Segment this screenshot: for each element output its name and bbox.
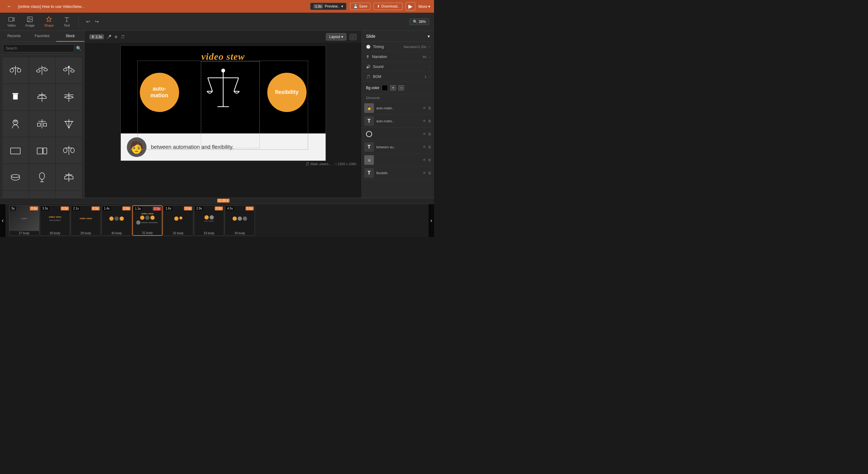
- save-button[interactable]: 💾 Save: [350, 3, 371, 10]
- color-remove-button[interactable]: −: [398, 85, 404, 91]
- element-item-0[interactable]: 🧑 auto-matio.. 👁 🗑: [362, 102, 434, 115]
- narration-row[interactable]: 🎙 Narration tts ›: [362, 52, 434, 62]
- left-sidebar: Recents Favorites Stock 🔍: [0, 31, 85, 198]
- redo-button[interactable]: ↪: [94, 18, 100, 26]
- clip-33[interactable]: 2.9s 0.5s auto-mation 33 body: [194, 205, 224, 236]
- shape-item[interactable]: [2, 111, 28, 137]
- eye-icon-0[interactable]: 👁: [423, 106, 426, 110]
- preview-button[interactable]: 1.3s Preview.. ▾: [310, 3, 346, 10]
- shape-item[interactable]: [29, 164, 55, 190]
- search-input[interactable]: [3, 44, 74, 52]
- timeline-next-button[interactable]: ›: [429, 204, 434, 237]
- microphone-button[interactable]: 🎤: [107, 35, 112, 39]
- layout-button[interactable]: Layout ▾: [326, 33, 346, 40]
- shape-item[interactable]: [2, 191, 28, 198]
- circle-flexibility[interactable]: flexibility: [267, 73, 307, 112]
- tool-shape[interactable]: Shape: [42, 15, 57, 28]
- bgm-row[interactable]: 🎵 BGM 1 ›: [362, 72, 434, 82]
- undo-button[interactable]: ↩: [85, 18, 91, 26]
- element-thumb-5: T: [364, 168, 374, 178]
- eye-icon-4[interactable]: 👁: [423, 158, 426, 162]
- trash-icon-4[interactable]: 🗑: [428, 158, 432, 162]
- tool-shape-label: Shape: [44, 24, 54, 27]
- color-add-button[interactable]: +: [390, 85, 396, 91]
- clip-29[interactable]: 2.1s 0.5s video stew 29 body: [71, 205, 101, 236]
- shape-item[interactable]: [56, 57, 82, 83]
- clip-30[interactable]: 1.4s 0.5s 30 body: [101, 205, 132, 236]
- trash-icon-0[interactable]: 🗑: [428, 106, 432, 110]
- trash-icon-2[interactable]: 🗑: [428, 132, 432, 136]
- clip-27[interactable]: 5s 0.5s video 27 body: [9, 205, 39, 236]
- youtube-button[interactable]: ▶: [406, 2, 415, 10]
- element-item-2[interactable]: 👁 🗑: [362, 128, 434, 141]
- shape-item[interactable]: [56, 111, 82, 137]
- shape-item[interactable]: [56, 84, 82, 110]
- main-layout: Recents Favorites Stock 🔍: [0, 31, 434, 198]
- tab-stock[interactable]: Stock: [56, 31, 84, 42]
- element-item-3[interactable]: T between au.. 👁 🗑: [362, 141, 434, 154]
- shape-item[interactable]: [2, 137, 28, 163]
- music-button[interactable]: 🎵: [121, 35, 125, 39]
- eye-icon-2[interactable]: 👁: [423, 132, 426, 136]
- clip-label-32: 32 body: [163, 231, 193, 235]
- shape-item[interactable]: [2, 57, 28, 83]
- clip-34[interactable]: 4.5s 0.5s 34 body: [225, 205, 255, 236]
- clip-duration-29: 2.1s: [72, 207, 80, 211]
- shape-item[interactable]: [2, 84, 28, 110]
- more-button[interactable]: More ▾: [418, 4, 430, 9]
- shape-item[interactable]: [56, 164, 82, 190]
- element-item-5[interactable]: T flexibilit.. 👁 🗑: [362, 167, 434, 180]
- eye-icon-5[interactable]: 👁: [423, 171, 426, 175]
- eye-icon-1[interactable]: 👁: [423, 119, 426, 123]
- trash-icon-5[interactable]: 🗑: [428, 171, 432, 175]
- shape-item[interactable]: [29, 84, 55, 110]
- element-item-4[interactable]: ▦ 👁 🗑: [362, 154, 434, 167]
- back-button[interactable]: ←: [4, 2, 15, 11]
- svg-rect-33: [43, 148, 47, 154]
- circle-automation[interactable]: auto- mation: [140, 73, 179, 112]
- shape-item[interactable]: [29, 57, 55, 83]
- clip-28[interactable]: 3.3s 0.5s video stew text content 28 bod…: [40, 205, 70, 236]
- tool-image[interactable]: Image: [23, 15, 37, 28]
- shape-item[interactable]: [56, 137, 82, 163]
- eye-icon-3[interactable]: 👁: [423, 145, 426, 149]
- element-item-1[interactable]: T auto-matio.. 👁 🗑: [362, 115, 434, 128]
- clip-32[interactable]: 1.6s 0.5s 32 body: [163, 205, 193, 236]
- download-button[interactable]: ⬇ Download..: [374, 3, 403, 10]
- trash-icon-3[interactable]: 🗑: [428, 145, 432, 149]
- slide-content: auto- mation: [121, 68, 326, 117]
- bg-color-swatch[interactable]: [382, 85, 388, 91]
- layout-label: Layout: [329, 35, 340, 39]
- svg-rect-17: [12, 93, 19, 94]
- mini-circle: [243, 217, 247, 221]
- right-sidebar-dropdown-icon[interactable]: ▾: [428, 34, 430, 39]
- header-center: 1.3s Preview.. ▾: [310, 3, 346, 10]
- search-button[interactable]: 🔍: [76, 46, 81, 51]
- tool-video[interactable]: Video: [5, 15, 18, 28]
- shape-item[interactable]: [29, 137, 55, 163]
- clip-thumb-30: 1.4s 0.5s: [102, 206, 131, 231]
- canvas-options-button[interactable]: ⋮: [349, 34, 357, 40]
- element-label-5: flexibilit..: [376, 171, 420, 175]
- mini-circle: [109, 217, 114, 221]
- sound-row[interactable]: 🔊 Sound ›: [362, 62, 434, 72]
- element-actions-4: 👁 🗑: [423, 158, 432, 162]
- shape-item[interactable]: [29, 111, 55, 137]
- shape-item[interactable]: [56, 191, 82, 198]
- timeline-clips[interactable]: 5s 0.5s video 27 body 3.3s 0.5s video st…: [0, 204, 434, 237]
- timing-row[interactable]: 🕐 Timing Narration/1.33s ›: [362, 42, 434, 52]
- clip-31[interactable]: 1.3s 0.5s video stew between automation.…: [132, 205, 162, 236]
- clip-circles-31: [140, 216, 155, 220]
- move-button[interactable]: ⊕: [115, 35, 118, 39]
- trash-icon-1[interactable]: 🗑: [428, 119, 432, 123]
- tab-recents[interactable]: Recents: [0, 31, 28, 42]
- shape-item[interactable]: [29, 191, 55, 198]
- mini-circle: [150, 216, 155, 220]
- clip-audio-30: 0.5s: [122, 207, 130, 211]
- shape-item[interactable]: [2, 164, 28, 190]
- canvas-status-bar: 🎵 Waiti..owers... □ 1920 x 1080..: [85, 161, 362, 167]
- timeline-prev-button[interactable]: ‹: [0, 204, 5, 237]
- tool-text[interactable]: Text: [61, 15, 72, 28]
- tab-favorites[interactable]: Favorites: [28, 31, 56, 42]
- clip-duration-34: 4.5s: [226, 207, 234, 211]
